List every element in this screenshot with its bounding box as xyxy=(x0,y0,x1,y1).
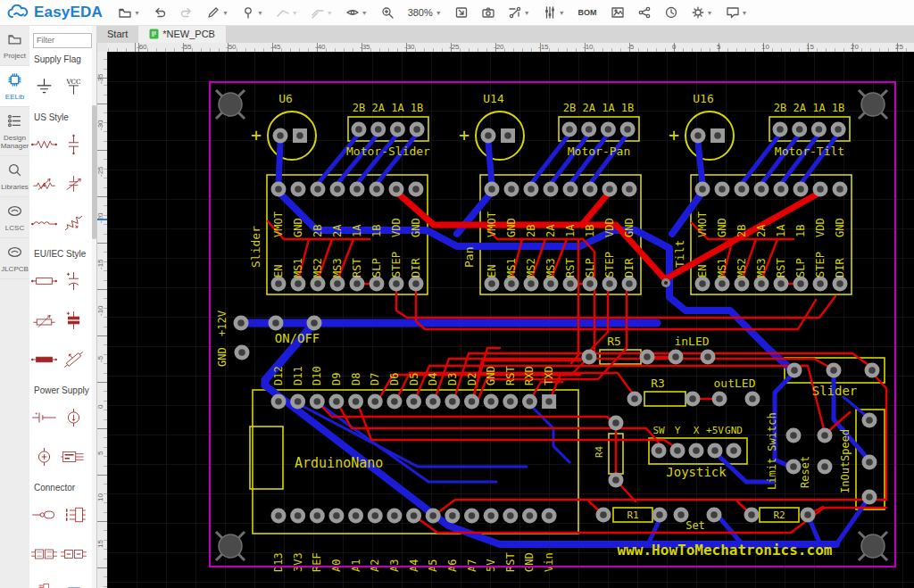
driver-pin-label: STEP xyxy=(814,252,827,277)
mount-hole[interactable] xyxy=(219,93,242,116)
easyeda-logo[interactable]: EasyEDA xyxy=(7,4,103,21)
sidebar-item-libraries[interactable]: Libraries xyxy=(0,156,29,197)
library-scrollbar[interactable] xyxy=(92,25,96,588)
undo-button[interactable] xyxy=(149,2,170,23)
pad-hole xyxy=(353,280,361,287)
lib-symbol-inductor[interactable] xyxy=(29,203,59,243)
screenshot-button[interactable] xyxy=(478,2,499,23)
wire-tool-button[interactable]: ▼ xyxy=(272,2,302,23)
pad-hole xyxy=(311,319,318,327)
export-image-button[interactable] xyxy=(607,2,628,23)
pad-hole xyxy=(504,132,511,139)
ruler-corner xyxy=(96,43,107,52)
settings-button[interactable]: ▼ xyxy=(687,2,717,23)
chevron-down-icon: ▼ xyxy=(559,10,565,16)
motor-pin-label: 1A xyxy=(812,102,826,114)
import-button[interactable] xyxy=(451,2,472,23)
pad-hole xyxy=(334,280,341,287)
mount-hole[interactable] xyxy=(861,93,885,116)
chevron-down-icon: ▼ xyxy=(327,10,333,16)
bom-button[interactable]: BOM xyxy=(574,2,602,23)
trace-cap-feed[interactable] xyxy=(278,143,280,184)
lib-symbol-capacitor-electrolytic[interactable] xyxy=(59,301,88,340)
scrollbar-thumb[interactable] xyxy=(92,105,96,239)
sidebar-item-design-manager[interactable]: Design Manager xyxy=(0,107,29,156)
lib-symbol-source-current[interactable] xyxy=(59,398,88,437)
trace-cap-feed[interactable] xyxy=(698,143,702,184)
pad-hole xyxy=(791,367,798,374)
place-tools-button[interactable]: ▼ xyxy=(237,2,267,23)
history-icon xyxy=(664,5,678,20)
lib-symbol-terminal-block[interactable] xyxy=(29,534,59,574)
lib-symbol-battery[interactable] xyxy=(29,398,59,437)
bus-tool-button[interactable]: ▼ xyxy=(307,2,337,23)
driver-pin-label: 1B xyxy=(794,225,807,237)
v-ruler-label: 15 xyxy=(96,530,104,548)
zoom-button[interactable] xyxy=(377,2,398,23)
file-menu-button[interactable]: ▼ xyxy=(114,2,144,23)
sidebar-item-lcsc[interactable]: LCSC xyxy=(0,197,29,238)
lib-symbol-capacitor[interactable] xyxy=(59,125,88,164)
lib-symbol-resistor-eu[interactable] xyxy=(29,261,59,301)
mount-hole[interactable] xyxy=(861,534,885,558)
lib-symbol-resistor-diagonal[interactable] xyxy=(59,340,88,379)
lib-symbol-resistor-variable-eu[interactable] xyxy=(29,301,59,340)
voltage-regulator-icon xyxy=(60,439,87,475)
toolbar: EasyEDA ▼▼▼▼▼▼380%▼▼▼BOM▼▼ xyxy=(0,0,914,26)
label-Motor-Slider: Motor-Slider xyxy=(346,145,430,158)
sidebar-item-project[interactable]: Project xyxy=(0,25,29,66)
tab-start[interactable]: Start xyxy=(96,25,138,43)
filter-input[interactable] xyxy=(33,33,92,48)
zoom-level-value[interactable]: 380%▼ xyxy=(403,2,445,23)
pin-strip-icon xyxy=(30,576,58,588)
trace-cap-feed[interactable] xyxy=(488,143,492,184)
potentiometer-us-icon xyxy=(60,205,87,241)
pad-hole xyxy=(677,511,685,518)
lib-symbol-resistor-us[interactable] xyxy=(29,125,59,164)
history-button[interactable] xyxy=(661,2,682,23)
lib-symbol-gnd-flag[interactable] xyxy=(29,67,59,106)
lib-section-title: Power Supply xyxy=(34,385,96,395)
lib-symbol-source-voltage[interactable] xyxy=(29,437,59,476)
lib-symbol-plug[interactable] xyxy=(29,495,59,534)
camera-icon xyxy=(481,5,495,20)
tab-new_pcb[interactable]: *NEW_PCB xyxy=(138,25,226,43)
sidebar-item-label: Project xyxy=(0,52,29,60)
lib-symbol-vcc-flag[interactable]: VCC xyxy=(59,67,88,106)
lib-symbol-terminal-block-2[interactable] xyxy=(59,534,88,574)
pad-hole xyxy=(547,280,554,287)
view-button[interactable]: ▼ xyxy=(342,2,371,23)
lib-symbol-pin-strip[interactable] xyxy=(29,574,59,588)
design-rule-button[interactable]: ▼ xyxy=(539,2,569,23)
help-button[interactable]: ▼ xyxy=(722,2,752,23)
label-inLED: inLED xyxy=(674,335,709,348)
lib-symbol-ic-socket[interactable] xyxy=(59,574,88,588)
lib-symbol-resistor-filled[interactable] xyxy=(29,340,59,379)
pad-hole xyxy=(488,280,495,287)
lib-symbol-capacitor-polar[interactable] xyxy=(59,261,88,301)
sidebar-item-jlcpcb[interactable]: JLCPCB xyxy=(0,238,29,279)
lib-symbol-pin-header[interactable] xyxy=(59,495,88,534)
redo-button[interactable] xyxy=(176,2,197,23)
driver-pin-label: VMOT xyxy=(486,211,498,237)
arduino-pin-label: A3 xyxy=(388,559,401,572)
route-tools-button[interactable]: ▼ xyxy=(504,2,534,23)
driver-pin-label: MS1 xyxy=(505,258,518,277)
lib-symbol-potentiometer-us[interactable] xyxy=(59,203,88,243)
pad-hole xyxy=(624,126,631,133)
chevron-down-icon: ▼ xyxy=(742,10,748,16)
lib-symbol-capacitor-variable[interactable] xyxy=(59,164,88,203)
mount-hole[interactable] xyxy=(219,534,242,558)
label-R2: R2 xyxy=(773,509,785,521)
share-button[interactable] xyxy=(634,2,655,23)
pad-hole xyxy=(353,398,360,405)
cap-plus-U16: + xyxy=(669,124,679,145)
lib-symbol-voltage-regulator[interactable] xyxy=(59,437,88,476)
pcb-canvas[interactable]: +U6+U14+U162B2A1A1BMotor-Slider2B2A1A1BM… xyxy=(107,52,914,588)
lib-symbol-resistor-variable-us[interactable] xyxy=(29,164,59,203)
arduino-pin-label: D13 xyxy=(272,552,285,572)
sidebar-item-eelib[interactable]: EELib xyxy=(0,66,29,107)
driver-pin-label: DIR xyxy=(834,258,846,277)
edit-tools-button[interactable]: ▼ xyxy=(203,2,232,23)
pad-hole xyxy=(412,280,420,287)
